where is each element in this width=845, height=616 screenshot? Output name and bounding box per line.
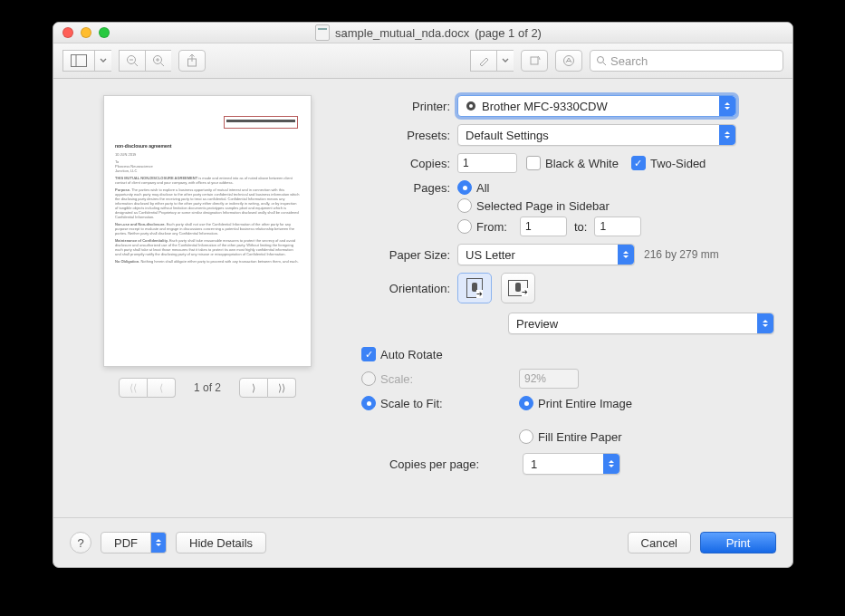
- sidebar-view-menu[interactable]: [94, 50, 111, 72]
- svg-line-14: [603, 63, 606, 65]
- svg-rect-11: [531, 57, 538, 64]
- markup-icon: [562, 54, 575, 67]
- fill-paper-label: Fill Entire Paper: [538, 430, 621, 444]
- help-button[interactable]: ?: [70, 532, 91, 553]
- section-value: Preview: [516, 317, 558, 331]
- pages-to-label: to:: [574, 220, 587, 234]
- rotate-button[interactable]: [521, 50, 548, 72]
- last-page-button[interactable]: ⟩⟩: [268, 378, 296, 398]
- pdf-menu-button[interactable]: PDF: [101, 532, 167, 553]
- autorotate-label: Auto Rotate: [380, 348, 443, 361]
- select-arrows-icon: [618, 245, 634, 265]
- preview-text: No Obligation. Nothing herein shall obli…: [115, 259, 300, 264]
- fill-paper-option[interactable]: Fill Entire Paper: [519, 429, 632, 444]
- orientation-landscape-button[interactable]: [501, 273, 535, 303]
- scalefit-radio[interactable]: [361, 396, 376, 410]
- copies-per-page-select[interactable]: 1: [523, 453, 620, 475]
- presets-select[interactable]: Default Settings: [457, 124, 736, 146]
- bw-label: Black & White: [545, 157, 619, 170]
- print-entire-option[interactable]: Print Entire Image: [519, 396, 632, 410]
- preview-heading: non-disclosure agreement: [115, 143, 300, 149]
- presets-value: Default Settings: [466, 129, 549, 142]
- zoom-out-button[interactable]: [119, 50, 145, 72]
- scalefit-label: Scale to Fit:: [380, 397, 443, 410]
- share-button[interactable]: [178, 50, 206, 72]
- page-preview[interactable]: non-disclosure agreement 10 JUN 2019 ToP…: [103, 95, 312, 367]
- titlebar: sample_mutual_nda.docx (page 1 of 2): [53, 23, 792, 43]
- printer-label: Printer:: [352, 100, 457, 113]
- settings-column: Printer: Brother MFC-9330CDW Presets: De…: [343, 95, 774, 539]
- svg-point-13: [598, 57, 604, 63]
- copies-label: Copies:: [352, 157, 457, 170]
- pages-to-input[interactable]: 1: [594, 217, 641, 236]
- next-page-button[interactable]: ⟩: [239, 378, 268, 398]
- twosided-option[interactable]: Two-Sided: [631, 156, 706, 170]
- autorotate-option[interactable]: Auto Rotate: [361, 347, 443, 361]
- print-entire-radio[interactable]: [519, 396, 533, 410]
- sidebar-view-button[interactable]: [62, 50, 94, 72]
- bw-option[interactable]: Black & White: [526, 156, 619, 170]
- highlight-icon: [477, 54, 490, 67]
- copies-per-page-label: Copies per page:: [352, 457, 486, 471]
- pages-selected-option[interactable]: Selected Page in Sidebar: [457, 198, 610, 213]
- svg-rect-0: [72, 55, 87, 67]
- pages-from-option[interactable]: From:: [457, 219, 507, 234]
- svg-line-3: [135, 63, 139, 67]
- papersize-dimensions: 216 by 279 mm: [644, 248, 719, 261]
- pages-all-option[interactable]: All: [457, 180, 489, 195]
- search-field[interactable]: Search: [590, 50, 783, 72]
- pages-from-label: From:: [476, 220, 507, 234]
- scalefit-option[interactable]: Scale to Fit:: [361, 396, 506, 410]
- pages-all-radio[interactable]: [457, 180, 472, 195]
- print-button[interactable]: Print: [700, 532, 776, 553]
- scale-option[interactable]: Scale:: [361, 371, 506, 386]
- copies-input[interactable]: 1: [457, 153, 517, 173]
- zoom-group: [119, 50, 171, 72]
- pages-all-label: All: [476, 181, 489, 195]
- zoom-in-icon: [152, 54, 165, 67]
- document-icon: [315, 24, 330, 41]
- printer-select[interactable]: Brother MFC-9330CDW: [457, 95, 736, 117]
- view-mode-group: [62, 50, 111, 72]
- prev-page-button[interactable]: ⟨: [148, 378, 176, 398]
- share-icon: [187, 54, 197, 67]
- select-arrows-icon: [603, 454, 619, 474]
- first-page-button[interactable]: ⟨⟨: [119, 378, 148, 398]
- papersize-label: Paper Size:: [352, 248, 457, 262]
- fill-paper-radio[interactable]: [519, 429, 533, 444]
- pages-label: Pages:: [352, 181, 457, 195]
- autorotate-checkbox[interactable]: [361, 347, 376, 361]
- papersize-select[interactable]: US Letter: [457, 244, 635, 265]
- highlight-button[interactable]: [470, 50, 496, 72]
- select-arrows-icon: [757, 313, 773, 333]
- select-arrows-icon: [719, 96, 735, 116]
- print-dialog-window: sample_mutual_nda.docx (page 1 of 2): [53, 22, 793, 568]
- cancel-button[interactable]: Cancel: [628, 532, 691, 553]
- bw-checkbox[interactable]: [526, 156, 541, 170]
- rotate-icon: [528, 54, 541, 67]
- chevron-down-icon: [502, 58, 509, 63]
- search-placeholder: Search: [610, 54, 648, 68]
- scale-input: 92%: [519, 369, 579, 389]
- pages-from-radio[interactable]: [457, 219, 472, 234]
- pages-selected-label: Selected Page in Sidebar: [476, 199, 610, 213]
- hide-details-button[interactable]: Hide Details: [176, 532, 266, 553]
- zoom-in-button[interactable]: [145, 50, 171, 72]
- twosided-checkbox[interactable]: [631, 156, 646, 170]
- print-sheet: non-disclosure agreement 10 JUN 2019 ToP…: [53, 79, 792, 539]
- window-title-pageinfo: (page 1 of 2): [475, 26, 542, 40]
- preview-column: non-disclosure agreement 10 JUN 2019 ToP…: [72, 95, 343, 539]
- pages-from-input[interactable]: 1: [520, 217, 567, 236]
- select-arrows-icon: [151, 532, 167, 553]
- orientation-portrait-button[interactable]: [457, 273, 492, 303]
- window-title: sample_mutual_nda.docx (page 1 of 2): [64, 24, 792, 41]
- chevron-down-icon: [100, 58, 107, 63]
- pages-selected-radio[interactable]: [457, 198, 472, 213]
- section-select[interactable]: Preview: [508, 313, 774, 334]
- markup-button[interactable]: [555, 50, 582, 72]
- preview-text: Purpose. The parties wish to explore a b…: [115, 188, 300, 219]
- svg-point-16: [469, 104, 473, 108]
- scale-radio[interactable]: [361, 371, 376, 386]
- preview-text: THIS MUTUAL NON-DISCLOSURE AGREEMENT is …: [115, 176, 300, 185]
- highlight-menu[interactable]: [496, 50, 514, 72]
